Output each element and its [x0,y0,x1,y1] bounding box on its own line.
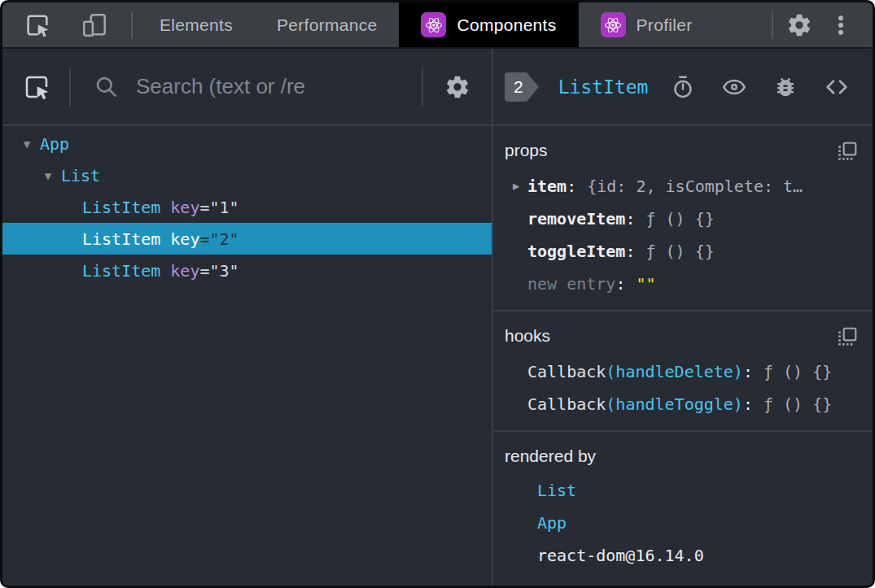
kebab-menu-icon[interactable] [820,13,861,37]
props-section: props [493,126,873,311]
badge-arrow [527,72,539,102]
tab-components[interactable]: Components [399,2,578,47]
hook-row-handledelete: Callback(handleDelete): ƒ () {} [505,355,858,388]
owner-link-app[interactable]: App [537,507,567,539]
prop-value: ƒ () {} [645,203,714,235]
inspected-element-header: 2 ListItem [493,49,873,126]
tree-row-listitem-3[interactable]: ListItem key = "3" [2,255,492,286]
key-attr-equals: = [199,261,209,281]
key-attr-equals: = [199,198,209,217]
log-component-bug-icon[interactable] [765,75,806,99]
prop-value: ƒ () {} [645,235,714,268]
key-attr-name: key [170,198,199,217]
hook-type: Callback [527,355,606,388]
tree-settings-gear-icon[interactable] [423,74,492,100]
prop-value: {id: 2, isComplete: t… [587,170,803,203]
hook-name: (handleToggle) [606,388,743,420]
hook-row-handletoggle: Callback(handleToggle): ƒ () {} [505,388,858,420]
rendered-by-section: rendered by List App react-dom@16.14.0 [493,432,873,586]
pick-component-icon[interactable] [2,72,69,102]
tree-row-listitem-1[interactable]: ListItem key = "1" [2,191,492,223]
prop-row-removeitem: removeItem: ƒ () {} [505,203,858,235]
key-attr-name: key [170,261,199,281]
hook-value: ƒ () {} [763,388,832,420]
component-name: List [61,166,100,185]
toolbar-divider [131,11,133,39]
rendered-by-title: rendered by [505,446,596,466]
new-entry-value-input[interactable]: "" [636,268,655,300]
prop-row-toggleitem: toggleItem: ƒ () {} [505,235,858,268]
hooks-section: hooks [493,311,873,432]
hook-type: Callback [527,388,606,420]
component-name: ListItem [82,261,160,281]
tab-elements[interactable]: Elements [138,2,255,47]
expander-icon[interactable]: ▾ [14,136,40,152]
react-logo-icon [421,12,446,37]
copy-props-icon[interactable] [837,141,858,162]
key-attr-value: "1" [210,198,239,217]
inspected-element-panel: 2 ListItem [493,49,873,586]
key-attr-name: key [170,229,199,249]
props-section-title: props [505,141,548,160]
prop-name: item [527,170,567,203]
rendered-by-row[interactable]: List [505,474,858,507]
copy-hooks-icon[interactable] [837,326,858,347]
inspect-dom-eye-icon[interactable] [713,74,755,100]
owner-link-list[interactable]: List [537,474,576,507]
prop-colon: : [615,268,625,300]
prop-colon: : [625,235,635,268]
components-tree-panel: ▾ App ▾ List ListItem key = "1" ListItem [2,49,493,586]
hook-name: (handleDelete) [606,355,743,388]
component-name: ListItem [82,198,160,217]
key-attr-value: "3" [210,261,239,281]
prop-row-new-entry[interactable]: new entry: "" [505,268,858,300]
tab-label: Profiler [637,15,693,35]
rendered-by-row: react-dom@16.14.0 [505,539,858,572]
key-attr-value: "2" [210,229,239,249]
react-logo-icon [601,12,626,37]
hook-colon: : [743,355,753,388]
hook-colon: : [743,388,753,420]
prop-colon: : [567,170,576,203]
hook-value: ƒ () {} [763,355,832,388]
expander-icon[interactable]: ▸ [505,170,527,203]
component-name: App [40,134,69,154]
tree-row-listitem-2-selected[interactable]: ListItem key = "2" [2,223,492,255]
devtools-tab-bar: Elements Performance Components [2,2,873,49]
tree-row-app[interactable]: ▾ App [2,128,492,159]
tab-label: Elements [160,15,233,35]
settings-gear-icon[interactable] [778,12,820,38]
prop-name: removeItem [527,203,625,235]
tab-profiler[interactable]: Profiler [579,2,715,47]
key-attr-equals: = [199,229,209,249]
search-input[interactable] [134,73,422,100]
toolbar-divider [772,11,773,39]
hooks-section-title: hooks [505,326,550,346]
renderer-version-label: react-dom@16.14.0 [537,539,704,572]
badge-number: 2 [505,72,527,102]
device-toolbar-icon[interactable] [72,11,116,39]
suspense-timer-icon[interactable] [663,75,703,99]
tab-label: Performance [277,15,378,35]
tree-row-list[interactable]: ▾ List [2,159,492,191]
view-source-code-icon[interactable] [816,74,858,100]
inspect-element-icon[interactable] [15,11,59,39]
search-icon [94,74,120,100]
devtools-window: Elements Performance Components [0,0,875,588]
expander-icon[interactable]: ▾ [35,168,61,184]
tree-toolbar [2,49,492,126]
rendered-by-row[interactable]: App [505,507,858,539]
tab-performance[interactable]: Performance [255,2,400,47]
new-entry-name-input[interactable]: new entry [527,268,615,300]
tab-label: Components [457,15,556,35]
component-name: ListItem [82,229,160,249]
element-index-badge: 2 [505,72,539,102]
selected-component-title: ListItem [558,76,649,98]
prop-row-item[interactable]: ▸ item: {id: 2, isComplete: t… [505,170,858,203]
component-tree: ▾ App ▾ List ListItem key = "1" ListItem [2,126,492,586]
prop-name: toggleItem [527,235,625,268]
prop-colon: : [625,203,635,235]
